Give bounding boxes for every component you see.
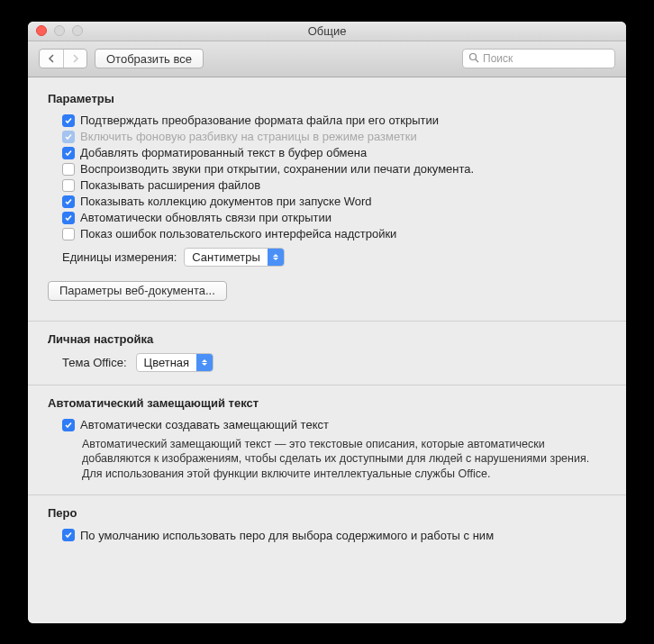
web-doc-label: Параметры веб-документа... (59, 284, 215, 297)
section-personal-title: Личная настройка (48, 332, 606, 346)
alttext-checkbox-row[interactable]: Автоматически создавать замещающий текст (62, 417, 606, 433)
preferences-window: Общие Отобразить все Параметры Подтвержд… (28, 22, 626, 623)
param-label: Автоматически обновлять связи при открыт… (80, 211, 332, 224)
param-label: Включить фоновую разбивку на страницы в … (80, 130, 417, 143)
param-row-2[interactable]: Добавлять форматированный текст в буфер … (62, 145, 606, 161)
param-label: Подтверждать преобразование формата файл… (80, 113, 439, 127)
pen-checkbox-label: По умолчанию использовать перо для выбор… (80, 529, 494, 542)
param-row-0[interactable]: Подтверждать преобразование формата файл… (62, 113, 606, 129)
divider (28, 385, 626, 385)
content: Параметры Подтверждать преобразование фо… (28, 77, 626, 623)
nav-segment (39, 49, 87, 68)
checkbox[interactable] (62, 212, 75, 224)
titlebar: Общие (28, 22, 626, 41)
theme-select[interactable]: Цветная (136, 353, 214, 372)
param-label: Показ ошибок пользовательского интерфейс… (80, 227, 396, 240)
checkbox[interactable] (62, 419, 75, 431)
alttext-options: Автоматически создавать замещающий текст… (48, 417, 606, 483)
traffic-lights (28, 25, 83, 36)
minimize-button (54, 25, 65, 36)
close-button[interactable] (36, 25, 47, 36)
checkbox[interactable] (62, 195, 75, 208)
alttext-checkbox-label: Автоматически создавать замещающий текст (80, 418, 329, 431)
checkbox[interactable] (62, 228, 75, 240)
svg-point-0 (470, 53, 477, 59)
section-params-title: Параметры (48, 92, 606, 105)
param-row-4[interactable]: Показывать расширения файлов (62, 177, 606, 194)
search-icon (468, 52, 479, 66)
theme-row: Тема Office: Цветная (48, 353, 606, 372)
param-label: Добавлять форматированный текст в буфер … (80, 146, 367, 159)
param-row-7[interactable]: Показ ошибок пользовательского интерфейс… (62, 226, 606, 242)
search-field[interactable] (462, 49, 615, 68)
checkbox[interactable] (62, 179, 75, 192)
show-all-button[interactable]: Отобразить все (95, 49, 204, 68)
svg-line-1 (476, 59, 478, 62)
divider (28, 494, 626, 495)
checkbox[interactable] (62, 163, 75, 176)
alttext-description: Автоматический замещающий текст — это те… (62, 433, 606, 483)
checkbox[interactable] (62, 114, 75, 127)
checkbox[interactable] (62, 529, 75, 541)
theme-value: Цветная (137, 356, 197, 369)
param-row-1: Включить фоновую разбивку на страницы в … (62, 129, 606, 145)
units-label: Единицы измерения: (62, 250, 177, 264)
units-value: Сантиметры (185, 250, 267, 264)
stepper-arrows-icon (196, 354, 213, 371)
checkbox[interactable] (62, 147, 75, 159)
param-row-5[interactable]: Показывать коллекцию документов при запу… (62, 194, 606, 210)
param-row-3[interactable]: Воспроизводить звуки при открытии, сохра… (62, 161, 606, 177)
web-doc-button[interactable]: Параметры веб-документа... (48, 281, 227, 301)
back-button[interactable] (40, 50, 63, 68)
param-label: Воспроизводить звуки при открытии, сохра… (80, 162, 474, 176)
section-alttext-title: Автоматический замещающий текст (48, 396, 606, 410)
params-options: Подтверждать преобразование формата файл… (48, 113, 606, 242)
stepper-arrows-icon (268, 249, 284, 266)
param-label: Показывать расширения файлов (80, 178, 260, 192)
param-label: Показывать коллекцию документов при запу… (80, 195, 372, 208)
param-row-6[interactable]: Автоматически обновлять связи при открыт… (62, 210, 606, 226)
section-pen-title: Перо (48, 506, 606, 520)
window-title: Общие (28, 24, 626, 38)
zoom-button (72, 25, 83, 36)
pen-options: По умолчанию использовать перо для выбор… (48, 527, 606, 543)
search-input[interactable] (483, 52, 609, 65)
theme-label: Тема Office: (62, 356, 127, 369)
toolbar: Отобразить все (28, 41, 626, 77)
show-all-label: Отобразить все (106, 52, 192, 66)
forward-button[interactable] (63, 50, 86, 68)
units-select[interactable]: Сантиметры (184, 248, 284, 267)
checkbox (62, 131, 75, 143)
divider (28, 321, 626, 322)
units-row: Единицы измерения: Сантиметры (48, 242, 606, 267)
pen-checkbox-row[interactable]: По умолчанию использовать перо для выбор… (62, 527, 606, 543)
